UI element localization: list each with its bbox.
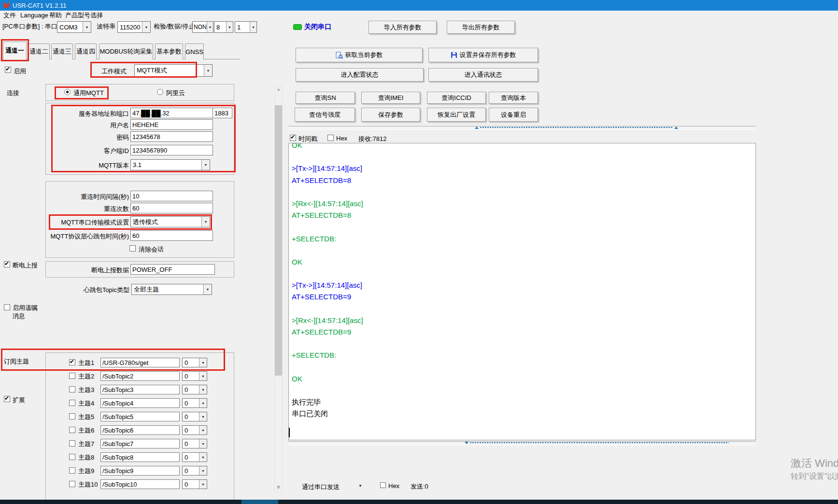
menu-help[interactable]: 帮助: [48, 11, 63, 20]
topic-input[interactable]: /SubTopic9: [100, 466, 180, 476]
topic-checkbox[interactable]: [69, 400, 75, 406]
topic-checkbox[interactable]: [69, 467, 75, 474]
topic-input[interactable]: /SubTopic8: [100, 452, 180, 462]
hex-display-checkbox[interactable]: [327, 135, 334, 141]
extend-checkbox[interactable]: [4, 396, 10, 402]
tab-basic-params[interactable]: 基本参数: [155, 43, 183, 59]
topic-qos-select[interactable]: 0▼: [182, 452, 207, 462]
tab-modbus[interactable]: MODBUS轮询采集: [99, 43, 153, 59]
topic-checkbox[interactable]: [69, 386, 75, 392]
databits-select[interactable]: 8▼: [214, 21, 233, 33]
trans-mode-select[interactable]: 透传模式▼: [130, 216, 210, 227]
topic-input[interactable]: /USR-G780s/get: [100, 358, 180, 367]
clientid-input[interactable]: 1234567890: [130, 145, 213, 155]
parity-select[interactable]: NONI▼: [192, 21, 213, 33]
scrollbar-dotted-thumb[interactable]: [469, 441, 729, 444]
scroll-down-icon[interactable]: v: [275, 484, 282, 490]
parity-label: 检验/数据/停止: [154, 21, 195, 32]
menu-file[interactable]: 文件: [2, 11, 17, 20]
chevron-down-icon[interactable]: ▼: [358, 484, 362, 488]
keepalive-input[interactable]: 60: [130, 230, 213, 241]
log-line: [292, 303, 746, 315]
get-params-button[interactable]: 获取当前参数: [296, 48, 423, 62]
topic-qos-select[interactable]: 0▼: [182, 371, 207, 381]
send-via-serial-button[interactable]: 通过串口发送: [302, 483, 340, 491]
topic-checkbox[interactable]: [69, 359, 75, 365]
scrollbar-thumb[interactable]: [275, 105, 282, 376]
topic-input[interactable]: /SubTopic5: [100, 412, 180, 421]
topic-input[interactable]: /SubTopic6: [100, 425, 180, 435]
query-signal-button[interactable]: 查信号强度: [295, 108, 355, 122]
power-data-input[interactable]: POWER_OFF: [130, 264, 215, 275]
topic-checkbox[interactable]: [69, 373, 75, 379]
topic-qos-select[interactable]: 0▼: [182, 479, 207, 489]
topic-checkbox[interactable]: [69, 413, 75, 420]
enter-config-button[interactable]: 进入配置状态: [296, 68, 424, 82]
hex-send-checkbox[interactable]: [380, 482, 386, 488]
topic-qos-select[interactable]: 0▼: [182, 425, 207, 435]
stopbits-select[interactable]: 1▼: [235, 21, 257, 33]
topic-input[interactable]: /SubTopic7: [100, 439, 180, 448]
topic-qos-select[interactable]: 0▼: [182, 358, 207, 367]
tab-channel-3[interactable]: 通道三: [51, 43, 73, 59]
port-open-indicator: [293, 24, 302, 30]
topic-qos-select[interactable]: 0▼: [182, 439, 207, 448]
reconn-interval-input[interactable]: 10: [130, 191, 213, 201]
reconn-times-input[interactable]: 60: [130, 203, 213, 213]
com-port-select[interactable]: COM3▼: [57, 21, 91, 33]
reboot-button[interactable]: 设备重启: [489, 108, 538, 122]
topic-checkbox[interactable]: [69, 427, 75, 433]
baud-select[interactable]: 115200▼: [117, 21, 151, 33]
taskbar[interactable]: [0, 500, 838, 504]
heartbeat-topic-select[interactable]: 全部主题▼: [131, 284, 212, 295]
topic-label: 主题5: [78, 413, 94, 421]
password-input[interactable]: 12345678: [130, 131, 213, 142]
server-port-input[interactable]: 1883: [213, 108, 232, 118]
scrollbar-dotted-thumb[interactable]: [480, 126, 673, 129]
menu-product-model[interactable]: 产品型号选择: [64, 11, 104, 20]
export-params-button[interactable]: 导出所有参数: [447, 21, 515, 34]
work-mode-select[interactable]: MQTT模式▼: [134, 64, 213, 77]
left-panel-scrollbar[interactable]: ^ v: [274, 86, 283, 492]
query-version-button[interactable]: 查询版本: [489, 92, 538, 104]
topic-qos-select[interactable]: 0▼: [182, 412, 207, 421]
topic-checkbox[interactable]: [69, 454, 75, 460]
import-params-button[interactable]: 导入所有参数: [369, 21, 437, 34]
topic-qos-select[interactable]: 0▼: [182, 398, 207, 408]
tab-channel-4[interactable]: 通道四: [75, 43, 97, 59]
chevron-down-icon: ▼: [201, 217, 210, 227]
topic-qos-select[interactable]: 0▼: [182, 385, 207, 394]
timestamp-checkbox[interactable]: [290, 135, 296, 141]
query-sn-button[interactable]: 查询SN: [296, 92, 355, 104]
query-iccid-button[interactable]: 查询ICCID: [427, 92, 486, 104]
topic-checkbox[interactable]: [69, 481, 75, 487]
aliyun-radio[interactable]: [157, 89, 163, 95]
clean-session-checkbox[interactable]: [129, 245, 136, 252]
tab-gnss[interactable]: GNSS: [185, 43, 204, 59]
username-input[interactable]: HEHEHE: [130, 119, 213, 130]
will-message-checkbox[interactable]: [4, 304, 10, 310]
topic-qos-select[interactable]: 0▼: [182, 466, 207, 476]
topic-checkbox[interactable]: [69, 440, 75, 447]
query-imei-button[interactable]: 查询IMEI: [361, 92, 420, 104]
enable-checkbox[interactable]: [5, 67, 11, 73]
enter-comm-button[interactable]: 进入通讯状态: [428, 68, 538, 82]
topic-input[interactable]: /SubTopic2: [100, 371, 180, 381]
power-report-checkbox[interactable]: [4, 261, 10, 267]
topic-input[interactable]: /SubTopic4: [100, 398, 180, 408]
save-params-button[interactable]: 保存参数: [361, 108, 420, 122]
log-textarea[interactable]: OK >[Tx->][14:57:14][asc]AT+SELECTDB=8 >…: [288, 143, 756, 440]
mqtt-version-select[interactable]: 3.1▼: [130, 159, 210, 170]
set-save-params-button[interactable]: 设置并保存所有参数: [428, 48, 538, 62]
factory-reset-button[interactable]: 恢复出厂设置: [427, 108, 486, 122]
tab-channel-2[interactable]: 通道二: [28, 43, 50, 59]
menu-language[interactable]: Language: [19, 11, 49, 20]
taskbar-active-app[interactable]: [241, 500, 278, 504]
generic-mqtt-radio[interactable]: [64, 89, 71, 95]
topic-input[interactable]: /SubTopic3: [100, 385, 180, 394]
server-address-input[interactable]: 47.██.██.32: [130, 108, 213, 118]
tab-channel-1[interactable]: 通道一: [3, 42, 27, 59]
scroll-up-icon[interactable]: ^: [275, 88, 282, 94]
close-port-button[interactable]: 关闭串口: [304, 23, 331, 31]
topic-input[interactable]: /SubTopic10: [100, 479, 180, 489]
